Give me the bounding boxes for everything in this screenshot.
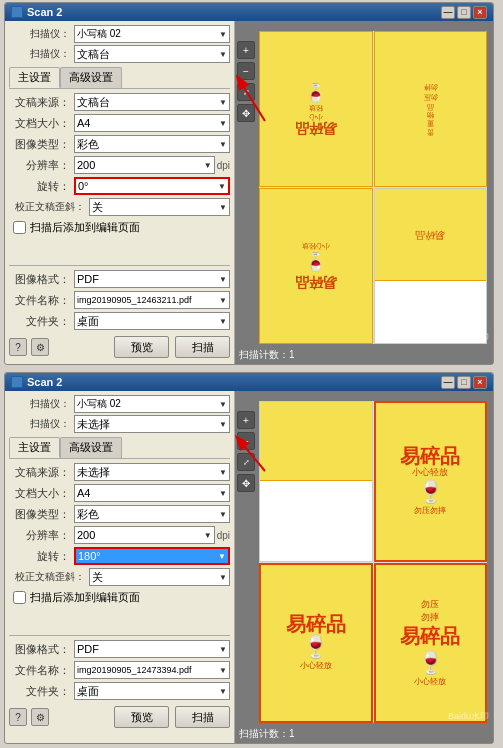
docsize-select-2[interactable]: A4 ▼ [74, 484, 230, 502]
imgtype-select-1[interactable]: 彩色 ▼ [74, 135, 230, 153]
scan-mode-select-1[interactable]: 小写稿 02 ▼ [74, 25, 230, 43]
settings-icon-1[interactable]: ⚙ [31, 338, 49, 356]
add-to-edit-checkbox-1[interactable] [13, 221, 26, 234]
imgformat-row-2: 图像格式： PDF ▼ [9, 640, 230, 658]
docsize-select-1[interactable]: A4 ▼ [74, 114, 230, 132]
scan-source-top-select-2[interactable]: 未选择 ▼ [74, 415, 230, 433]
grid-cell2-2-2: 勿压勿摔 易碎品 🍷 小心轻放 [374, 563, 488, 724]
scan-source-top-select-1[interactable]: 文稿台 ▼ [74, 45, 230, 63]
correct-row-2: 校正文稿歪斜： 关 ▼ [9, 568, 230, 586]
panel-2-body: 扫描仪： 小写稿 02 ▼ 扫描仪： 未选择 ▼ 主设置 高级设置 [5, 391, 493, 743]
scan-count-1: 扫描计数：1 [239, 348, 295, 362]
action-area-2: ? ⚙ 预览 扫描 [9, 706, 230, 728]
saveto-label-2: 文件夹： [9, 684, 74, 699]
cell2-1-2-small: 勿压勿摔 [414, 505, 446, 516]
imgformat-select-1[interactable]: PDF ▼ [74, 270, 230, 288]
scan-mode-row-2: 扫描仪： 小写稿 02 ▼ [9, 395, 230, 413]
scan-mode-arrow-1: ▼ [219, 30, 227, 39]
filename-label-1: 文件名称： [9, 293, 74, 308]
preview-toolbar-1: + − ⤢ ✥ [237, 41, 255, 122]
minimize-btn-2[interactable]: — [441, 376, 455, 389]
zoom-in-icon-2[interactable]: + [237, 411, 255, 429]
grid-cell2-1-2: 易碎品 小心轻放 🍷 勿压勿摔 [374, 401, 488, 562]
main-settings-2: 文稿来源： 未选择 ▼ 文档大小： A4 ▼ 图像类型： [9, 463, 230, 586]
imgtype-select-2[interactable]: 彩色 ▼ [74, 505, 230, 523]
saveto-select-1[interactable]: 桌面 ▼ [74, 312, 230, 330]
correct-select-2[interactable]: 关 ▼ [89, 568, 230, 586]
help-icon-2[interactable]: ? [9, 708, 27, 726]
resolution-select-2[interactable]: 200 ▼ [74, 526, 215, 544]
close-btn-2[interactable]: × [473, 376, 487, 389]
cell-2-1-text: 易碎品 [295, 273, 337, 291]
tab-advanced-1[interactable]: 高级设置 [60, 67, 122, 88]
fit-icon-2[interactable]: ⤢ [237, 453, 255, 471]
cell-2-2-yellow: 易碎品 [375, 189, 487, 281]
tab-main-2[interactable]: 主设置 [9, 437, 60, 458]
resolution-row-2: 分辨率： 200 ▼ dpi [9, 526, 230, 544]
glass-icon-2-2-2: 🍷 [417, 650, 444, 676]
zoom-out-icon-1[interactable]: − [237, 62, 255, 80]
imgtype-label-2: 图像类型： [9, 507, 74, 522]
preview-canvas-2: 易碎品 小心轻放 🍷 勿压勿摔 易碎品 🍷 小心轻放 勿压勿摔 易碎品 [259, 401, 487, 723]
zoom-in-icon-1[interactable]: + [237, 41, 255, 59]
cell-2-1-content: 易碎品 🍷 小心轻放 [260, 189, 372, 343]
left-controls-1: 扫描仪： 小写稿 02 ▼ 扫描仪： 文稿台 ▼ 主设置 高级设置 [5, 21, 235, 364]
scan-mode-label-2: 扫描仪： [9, 397, 74, 411]
scan-btn-1[interactable]: 扫描 [175, 336, 230, 358]
filename-select-1[interactable]: img20190905_12463211.pdf ▼ [74, 291, 230, 309]
maximize-btn-1[interactable]: □ [457, 6, 471, 19]
cell-2-2-text: 易碎品 [415, 228, 445, 242]
filename-select-2[interactable]: img20190905_12473394.pdf ▼ [74, 661, 230, 679]
preview-btn-2[interactable]: 预览 [114, 706, 169, 728]
cell2-2-2-top: 勿压勿摔 [421, 598, 439, 623]
watermark-2: Baidu水印 [448, 710, 489, 723]
panel-title-1: Scan 2 [27, 6, 62, 18]
imgformat-row-1: 图像格式： PDF ▼ [9, 270, 230, 288]
imgtype-row-1: 图像类型： 彩色 ▼ [9, 135, 230, 153]
filename-label-2: 文件名称： [9, 663, 74, 678]
fit-icon-1[interactable]: ⤢ [237, 83, 255, 101]
main-settings-1: 文稿来源： 文稿台 ▼ 文档大小： A4 ▼ 图像类型： [9, 93, 230, 216]
minimize-btn-1[interactable]: — [441, 6, 455, 19]
add-to-edit-checkbox-2[interactable] [13, 591, 26, 604]
scan-btn-2[interactable]: 扫描 [175, 706, 230, 728]
image-grid-2: 易碎品 小心轻放 🍷 勿压勿摔 易碎品 🍷 小心轻放 勿压勿摔 易碎品 [259, 401, 487, 723]
close-btn-1[interactable]: × [473, 6, 487, 19]
grid-cell-2-1: 易碎品 🍷 小心轻放 [259, 188, 373, 344]
cell-1-2-top: 贵重物品 [427, 102, 434, 136]
resolution-label-2: 分辨率： [9, 528, 74, 543]
resolution-select-1[interactable]: 200 ▼ [74, 156, 215, 174]
source-select-1[interactable]: 文稿台 ▼ [74, 93, 230, 111]
scan-source-top-label-1: 扫描仪： [9, 47, 74, 61]
grid-cell2-2-1: 易碎品 🍷 小心轻放 [259, 563, 373, 724]
source-select-2[interactable]: 未选择 ▼ [74, 463, 230, 481]
scan-count-2: 扫描计数：1 [239, 727, 295, 741]
imgformat-label-1: 图像格式： [9, 272, 74, 287]
cell-1-2-sub: 勿压勿摔 [423, 82, 437, 102]
pan-icon-1[interactable]: ✥ [237, 104, 255, 122]
source-row-2: 文稿来源： 未选择 ▼ [9, 463, 230, 481]
imgtype-row-2: 图像类型： 彩色 ▼ [9, 505, 230, 523]
cell2-2-1-sub: 小心轻放 [300, 660, 332, 671]
scan-source-top-label-2: 扫描仪： [9, 417, 74, 431]
tab-main-1[interactable]: 主设置 [9, 67, 60, 88]
rotation-select-2[interactable]: 180° ▼ [74, 547, 230, 565]
scan-source-top-row-2: 扫描仪： 未选择 ▼ [9, 415, 230, 433]
zoom-out-icon-2[interactable]: − [237, 432, 255, 450]
scan-source-top-row-1: 扫描仪： 文稿台 ▼ [9, 45, 230, 63]
preview-toolbar-2: + − ⤢ ✥ [237, 411, 255, 492]
pan-icon-2[interactable]: ✥ [237, 474, 255, 492]
help-icon-1[interactable]: ? [9, 338, 27, 356]
imgformat-select-2[interactable]: PDF ▼ [74, 640, 230, 658]
scan-mode-select-2[interactable]: 小写稿 02 ▼ [74, 395, 230, 413]
tabs-2: 主设置 高级设置 [9, 437, 230, 459]
settings-icon-2[interactable]: ⚙ [31, 708, 49, 726]
correct-select-1[interactable]: 关 ▼ [89, 198, 230, 216]
tab-advanced-2[interactable]: 高级设置 [60, 437, 122, 458]
saveto-select-2[interactable]: 桌面 ▼ [74, 682, 230, 700]
panel-1: Scan 2 — □ × 扫描仪： 小写稿 02 ▼ 扫描仪： 文稿台 ▼ [4, 2, 494, 365]
rotation-select-1[interactable]: 0° ▼ [74, 177, 230, 195]
preview-btn-1[interactable]: 预览 [114, 336, 169, 358]
rotation-label-2: 旋转： [9, 549, 74, 564]
maximize-btn-2[interactable]: □ [457, 376, 471, 389]
